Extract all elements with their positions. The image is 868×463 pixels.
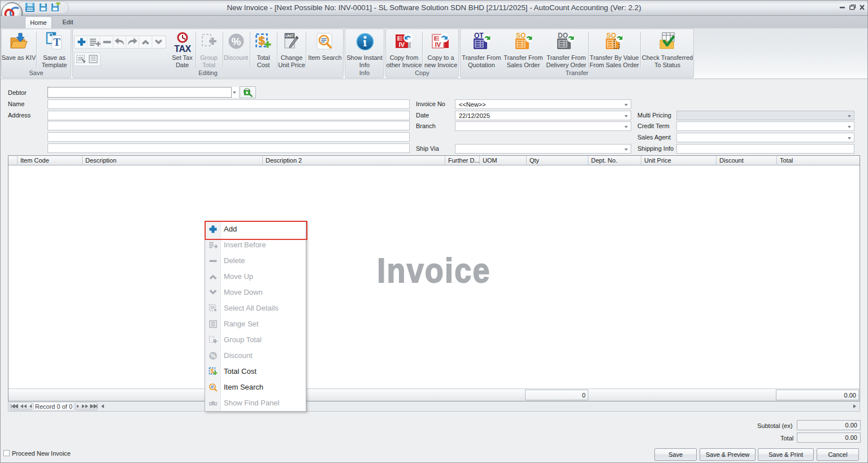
svg-text:QT: QT [474, 32, 484, 40]
svg-text:UNIT: UNIT [285, 34, 294, 38]
svg-text:IV: IV [399, 41, 405, 48]
svg-text:SO: SO [606, 32, 616, 40]
svg-text:%: % [232, 36, 241, 47]
svg-text:T: T [53, 36, 60, 48]
svg-text:DO: DO [558, 32, 568, 40]
svg-text:$: $ [258, 34, 264, 47]
svg-text:IV: IV [435, 41, 441, 48]
svg-text:%: % [211, 353, 216, 359]
svg-text:TAX: TAX [174, 44, 191, 53]
svg-text:SO: SO [516, 32, 526, 40]
